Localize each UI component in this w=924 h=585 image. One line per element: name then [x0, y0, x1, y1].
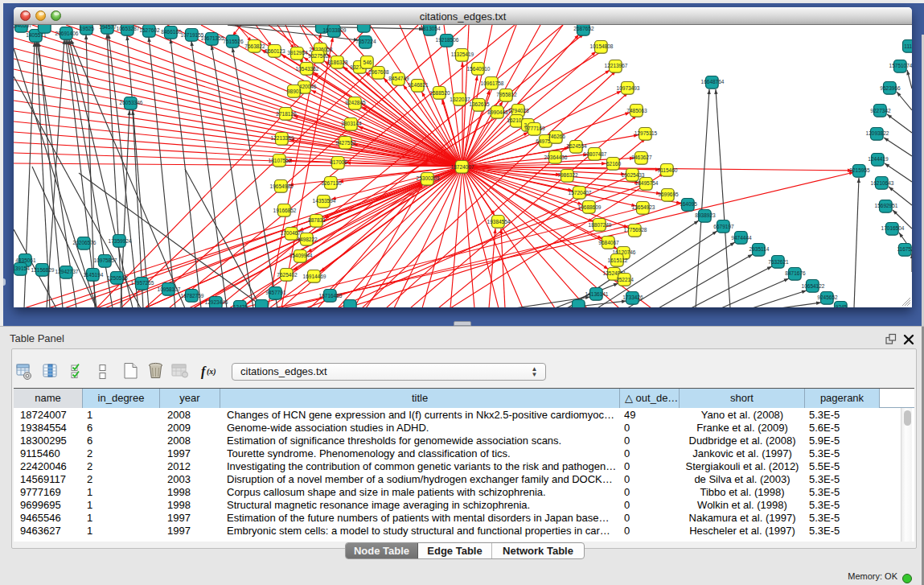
svg-text:9457791: 9457791 — [265, 290, 286, 295]
svg-text:8813054: 8813054 — [420, 26, 441, 31]
svg-text:10807487: 10807487 — [584, 151, 607, 157]
svg-text:3624554: 3624554 — [566, 143, 587, 149]
svg-text:8990448: 8990448 — [487, 109, 508, 115]
svg-text:17756928: 17756928 — [624, 227, 647, 233]
svg-text:98901: 98901 — [287, 89, 302, 94]
svg-text:10025433: 10025433 — [622, 172, 645, 178]
svg-text:10154808: 10154808 — [590, 43, 614, 49]
svg-text:9227342: 9227342 — [870, 108, 891, 113]
svg-text:12213389: 12213389 — [271, 135, 294, 141]
svg-text:7357224: 7357224 — [355, 39, 376, 44]
svg-text:14353594: 14353594 — [313, 198, 336, 204]
svg-text:10688609: 10688609 — [578, 204, 602, 210]
svg-text:19218506: 19218506 — [436, 37, 459, 43]
svg-text:2935114: 2935114 — [749, 246, 770, 252]
svg-text:9427552: 9427552 — [335, 140, 356, 146]
svg-text:7625402: 7625402 — [277, 272, 298, 278]
svg-text:f: f — [201, 365, 207, 379]
svg-text:1940557: 1940557 — [14, 25, 32, 28]
svg-text:16210643: 16210643 — [871, 180, 894, 186]
svg-text:9699695: 9699695 — [658, 192, 679, 197]
svg-text:1112: 1112 — [904, 43, 912, 49]
svg-text:4498222: 4498222 — [297, 237, 318, 242]
svg-text:10654122: 10654122 — [802, 283, 825, 289]
svg-text:887831: 887831 — [308, 217, 326, 223]
svg-text:9684067: 9684067 — [598, 240, 619, 245]
svg-text:7515526: 7515526 — [223, 39, 244, 44]
svg-text:1250515: 1250515 — [107, 275, 128, 281]
svg-text:8454749: 8454749 — [388, 76, 409, 81]
svg-text:12156829: 12156829 — [31, 267, 55, 273]
svg-text:12425: 12425 — [233, 304, 248, 307]
svg-text:16782759: 16782759 — [181, 293, 204, 299]
svg-text:11325419: 11325419 — [451, 51, 474, 57]
svg-text:10973493: 10973493 — [617, 85, 640, 91]
svg-text:18807249: 18807249 — [589, 222, 612, 228]
svg-text:9242845: 9242845 — [345, 100, 366, 105]
svg-text:19525: 19525 — [80, 26, 94, 31]
svg-text:10958107: 10958107 — [158, 286, 181, 292]
svg-text:15640910: 15640910 — [467, 66, 491, 72]
svg-text:9115460: 9115460 — [658, 167, 678, 173]
svg-text:9146821: 9146821 — [408, 82, 429, 88]
svg-text:15751074: 15751074 — [889, 63, 912, 68]
svg-text:2687652: 2687652 — [573, 26, 594, 31]
svg-text:8471676: 8471676 — [785, 270, 806, 276]
svg-text:15716485: 15716485 — [319, 293, 343, 299]
svg-text:20364436: 20364436 — [544, 154, 568, 160]
svg-text:3267130: 3267130 — [321, 180, 342, 186]
svg-text:2718126: 2718126 — [276, 111, 297, 117]
svg-text:10653287: 10653287 — [117, 26, 140, 31]
svg-text:546: 546 — [363, 60, 372, 65]
svg-text:15409944: 15409944 — [290, 253, 313, 258]
svg-text:12942737: 12942737 — [55, 269, 79, 274]
svg-text:7663822: 7663822 — [244, 43, 265, 49]
svg-text:9245: 9245 — [836, 304, 848, 307]
svg-text:9327502: 9327502 — [308, 53, 329, 59]
svg-text:10975857: 10975857 — [94, 257, 117, 263]
svg-text:19384554: 19384554 — [487, 219, 511, 225]
svg-text:12923446: 12923446 — [205, 299, 228, 305]
svg-text:6679197: 6679197 — [713, 224, 734, 229]
svg-text:20691406: 20691406 — [55, 31, 79, 36]
svg-text:20206576: 20206576 — [73, 240, 97, 245]
svg-text:1733426: 1733426 — [622, 295, 643, 300]
svg-text:1362615: 1362615 — [469, 101, 490, 107]
svg-text:116753: 116753 — [897, 246, 912, 252]
svg-text:12975115: 12975115 — [634, 130, 658, 136]
svg-text:7986322: 7986322 — [557, 172, 578, 178]
svg-text:12213967: 12213967 — [605, 63, 628, 68]
svg-text:14136141: 14136141 — [585, 291, 609, 297]
svg-text:8938923: 8938923 — [695, 212, 716, 218]
svg-text:8186328: 8186328 — [327, 60, 348, 65]
svg-text:10961758: 10961758 — [481, 80, 504, 86]
svg-text:16914469: 16914469 — [303, 274, 326, 279]
svg-text:8466160: 8466160 — [161, 29, 182, 35]
svg-text:6794028: 6794028 — [508, 108, 529, 113]
svg-text:1322037: 1322037 — [450, 97, 470, 102]
svg-text:194577: 194577 — [99, 25, 117, 30]
svg-text:17957265: 17957265 — [131, 280, 154, 286]
svg-text:10671355: 10671355 — [201, 35, 224, 41]
svg-text:19166852: 19166852 — [273, 208, 297, 213]
svg-text:18495754: 18495754 — [635, 180, 659, 186]
svg-text:139154: 139154 — [14, 266, 30, 271]
svg-text:8215955: 8215955 — [849, 167, 870, 173]
svg-text:2967608: 2967608 — [368, 69, 389, 75]
svg-text:817006: 817006 — [330, 159, 347, 165]
svg-text:9777169: 9777169 — [524, 126, 545, 131]
svg-text:18107552: 18107552 — [269, 158, 292, 163]
svg-text:3912954: 3912954 — [287, 50, 308, 56]
svg-text:7485063: 7485063 — [626, 108, 647, 113]
svg-text:17359924: 17359924 — [109, 238, 132, 244]
svg-text:2803144: 2803144 — [341, 121, 362, 126]
svg-text:9245652: 9245652 — [817, 295, 838, 300]
svg-text:(x): (x) — [207, 367, 216, 377]
svg-text:12093822: 12093822 — [866, 130, 889, 136]
svg-text:7632621: 7632621 — [768, 259, 789, 265]
svg-text:1527602: 1527602 — [139, 27, 160, 33]
svg-text:19654985: 19654985 — [270, 183, 294, 189]
svg-text:13654923: 13654923 — [632, 204, 655, 210]
svg-text:1588520: 1588520 — [429, 90, 450, 96]
svg-text:1244419: 1244419 — [868, 156, 889, 162]
